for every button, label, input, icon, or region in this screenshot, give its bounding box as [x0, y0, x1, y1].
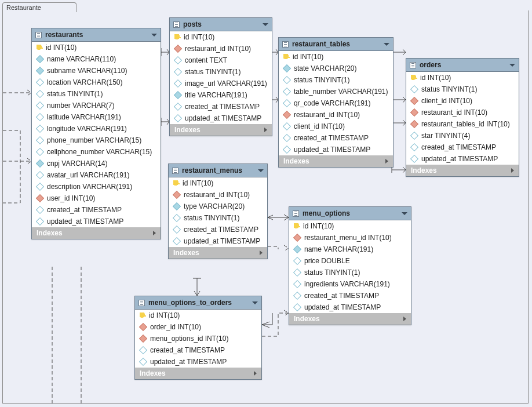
column-row[interactable]: phone_number VARCHAR(15): [32, 135, 161, 146]
column-row[interactable]: updated_at TIMESTAMP: [32, 216, 161, 227]
column-row[interactable]: id INT(10): [170, 31, 272, 43]
column-row[interactable]: type VARCHAR(20): [169, 201, 267, 212]
column-row[interactable]: created_at TIMESTAMP: [135, 344, 261, 356]
column-row[interactable]: status TINYINT(1): [32, 88, 161, 100]
column-row[interactable]: created_at TIMESTAMP: [289, 290, 411, 301]
column-row[interactable]: restaurant_id INT(10): [279, 109, 393, 121]
column-row[interactable]: table_number VARCHAR(191): [279, 86, 393, 97]
column-row[interactable]: updated_at TIMESTAMP: [279, 144, 393, 155]
column-row[interactable]: client_id INT(10): [406, 95, 519, 107]
column-row[interactable]: created_at TIMESTAMP: [279, 132, 393, 144]
table-posts[interactable]: posts id INT(10)restaurant_id INT(10)con…: [169, 17, 272, 136]
column-row[interactable]: restaurant_tables_id INT(10): [406, 118, 519, 130]
expand-icon[interactable]: [264, 128, 267, 132]
expand-icon[interactable]: [403, 317, 406, 321]
table-restaurant-menus[interactable]: restaurant_menus id INT(10)restaurant_id…: [168, 163, 268, 259]
column-row[interactable]: status TINYINT(1): [169, 212, 267, 224]
column-row[interactable]: number VARCHAR(7): [32, 100, 161, 111]
indexes-row[interactable]: Indexes: [135, 368, 261, 379]
collapse-icon[interactable]: [509, 64, 515, 67]
column-row[interactable]: cellphone_number VARCHAR(15): [32, 146, 161, 158]
indexes-row[interactable]: Indexes: [32, 227, 161, 239]
column-row[interactable]: status TINYINT(1): [289, 267, 411, 278]
column-row[interactable]: name VARCHAR(110): [32, 53, 161, 65]
table-menu-options-to-orders[interactable]: menu_options_to_orders id INT(10)order_i…: [134, 296, 262, 380]
indexes-row[interactable]: Indexes: [170, 124, 272, 136]
column-row[interactable]: status TINYINT(1): [406, 83, 519, 95]
column-row[interactable]: image_url VARCHAR(191): [170, 78, 272, 89]
expand-icon[interactable]: [153, 231, 156, 235]
collapse-icon[interactable]: [384, 43, 389, 46]
column-row[interactable]: user_id INT(10): [32, 192, 161, 204]
collapse-icon[interactable]: [258, 169, 264, 172]
column-row[interactable]: subname VARCHAR(110): [32, 65, 161, 77]
collapse-icon[interactable]: [402, 212, 407, 215]
column-row[interactable]: cnpj VARCHAR(14): [32, 158, 161, 169]
column-row[interactable]: restaurant_id INT(10): [169, 189, 267, 201]
column-icon: [283, 146, 291, 154]
table-header[interactable]: menu_options: [289, 207, 411, 220]
column-row[interactable]: content TEXT: [170, 54, 272, 66]
column-label: restaurant_id INT(10): [185, 45, 251, 53]
column-row[interactable]: id INT(10): [169, 177, 267, 189]
column-row[interactable]: created_at TIMESTAMP: [170, 101, 272, 112]
expand-icon[interactable]: [511, 168, 514, 173]
column-row[interactable]: latitude VARCHAR(191): [32, 111, 161, 123]
expand-icon[interactable]: [260, 250, 263, 255]
collapse-icon[interactable]: [263, 23, 268, 26]
table-menu-options[interactable]: menu_options id INT(10)restaurant_menu_i…: [289, 206, 411, 325]
column-row[interactable]: price DOUBLE: [289, 255, 411, 267]
column-row[interactable]: status TINYINT(1): [170, 66, 272, 78]
column-row[interactable]: location VARCHAR(150): [32, 77, 161, 88]
collapse-icon[interactable]: [252, 301, 258, 304]
column-row[interactable]: star TINYINT(4): [406, 130, 519, 141]
expand-icon[interactable]: [254, 371, 257, 376]
indexes-row[interactable]: Indexes: [279, 155, 393, 167]
column-row[interactable]: restaurant_menu_id INT(10): [289, 232, 411, 244]
table-header[interactable]: restaurants: [32, 28, 161, 42]
column-row[interactable]: state VARCHAR(20): [279, 63, 393, 74]
table-header[interactable]: posts: [170, 18, 272, 31]
column-row[interactable]: created_at TIMESTAMP: [406, 141, 519, 153]
column-row[interactable]: avatar_url VARCHAR(191): [32, 169, 161, 181]
column-row[interactable]: ingredients VARCHAR(191): [289, 278, 411, 290]
column-row[interactable]: id INT(10): [279, 51, 393, 63]
column-row[interactable]: order_id INT(10): [135, 321, 261, 333]
table-restaurants[interactable]: restaurants id INT(10)name VARCHAR(110)s…: [31, 28, 161, 239]
column-row[interactable]: description VARCHAR(191): [32, 181, 161, 192]
indexes-row[interactable]: Indexes: [289, 313, 411, 325]
column-icon: [139, 346, 147, 354]
column-row[interactable]: restaurant_id INT(10): [170, 43, 272, 54]
column-row[interactable]: created_at TIMESTAMP: [32, 204, 161, 216]
table-restaurant-tables[interactable]: restaurant_tables id INT(10)state VARCHA…: [278, 37, 393, 168]
column-row[interactable]: title VARCHAR(191): [170, 89, 272, 101]
column-row[interactable]: id INT(10): [135, 310, 261, 321]
table-header[interactable]: orders: [406, 59, 519, 72]
column-row[interactable]: status TINYINT(1): [279, 74, 393, 86]
table-header[interactable]: menu_options_to_orders: [135, 296, 261, 310]
column-icon: [410, 132, 418, 140]
column-list: id INT(10)restaurant_id INT(10)content T…: [170, 31, 272, 124]
column-row[interactable]: updated_at TIMESTAMP: [135, 356, 261, 368]
column-row[interactable]: restaurant_id INT(10): [406, 107, 519, 118]
table-orders[interactable]: orders id INT(10)status TINYINT(1)client…: [406, 58, 519, 177]
column-row[interactable]: longitude VARCHAR(191): [32, 123, 161, 135]
expand-icon[interactable]: [385, 159, 388, 163]
column-row[interactable]: updated_at TIMESTAMP: [406, 153, 519, 165]
column-row[interactable]: id INT(10): [406, 72, 519, 83]
column-row[interactable]: updated_at TIMESTAMP: [169, 235, 267, 247]
column-row[interactable]: id INT(10): [289, 220, 411, 232]
column-row[interactable]: updated_at TIMESTAMP: [289, 301, 411, 313]
column-row[interactable]: menu_options_id INT(10): [135, 333, 261, 344]
table-header[interactable]: restaurant_menus: [169, 164, 267, 177]
column-row[interactable]: updated_at TIMESTAMP: [170, 112, 272, 124]
collapse-icon[interactable]: [151, 34, 157, 37]
column-row[interactable]: id INT(10): [32, 42, 161, 53]
column-row[interactable]: created_at TIMESTAMP: [169, 224, 267, 235]
table-header[interactable]: restaurant_tables: [279, 38, 393, 51]
column-row[interactable]: qr_code VARCHAR(191): [279, 97, 393, 109]
column-row[interactable]: client_id INT(10): [279, 121, 393, 132]
indexes-row[interactable]: Indexes: [406, 165, 519, 176]
column-row[interactable]: name VARCHAR(191): [289, 244, 411, 255]
indexes-row[interactable]: Indexes: [169, 247, 267, 259]
